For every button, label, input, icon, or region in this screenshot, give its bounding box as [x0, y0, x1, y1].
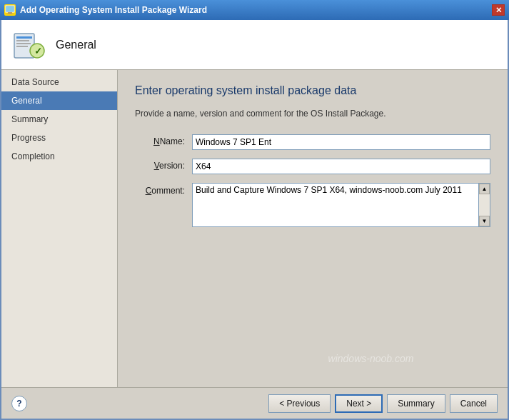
sidebar-item-progress[interactable]: Progress — [1, 129, 117, 147]
title-bar-text: Add Operating System Install Package Wiz… — [20, 5, 207, 15]
content-area: Enter operating system install package d… — [118, 70, 508, 387]
help-button[interactable]: ? — [11, 396, 27, 411]
scroll-up-button[interactable]: ▲ — [479, 184, 490, 194]
svg-text:✓: ✓ — [34, 46, 42, 56]
footer-buttons: < Previous Next > Summary Cancel — [268, 394, 498, 413]
previous-button[interactable]: < Previous — [268, 394, 331, 413]
comment-row: Comment: Build and Capture Windows 7 SP1… — [135, 183, 490, 227]
main-window: ✓ General Data Source General Summary Pr… — [0, 20, 509, 420]
name-input[interactable] — [192, 134, 490, 150]
svg-rect-1 — [6, 6, 14, 11]
comment-input[interactable]: Build and Capture Windows 7 SP1 X64, win… — [193, 184, 478, 226]
version-label: Version: — [135, 159, 192, 171]
sidebar: Data Source General Summary Progress Com… — [1, 70, 118, 387]
svg-rect-7 — [16, 43, 31, 44]
title-bar-icon — [4, 4, 16, 16]
close-button[interactable]: ✕ — [492, 4, 505, 16]
version-row: Version: — [135, 159, 490, 174]
header-title: General — [56, 39, 96, 51]
svg-rect-8 — [16, 46, 28, 47]
content-title: Enter operating system install package d… — [135, 84, 490, 97]
watermark: windows-noob.com — [234, 353, 508, 364]
name-label: NName: — [135, 134, 192, 146]
svg-rect-5 — [16, 36, 32, 39]
name-row: NName: — [135, 134, 490, 150]
title-bar: Add Operating System Install Package Wiz… — [0, 0, 509, 20]
body: Data Source General Summary Progress Com… — [1, 70, 508, 387]
header-area: ✓ General — [1, 20, 508, 70]
svg-rect-6 — [16, 40, 29, 41]
svg-rect-3 — [6, 14, 14, 14]
summary-button[interactable]: Summary — [387, 394, 445, 413]
comment-label: Comment: — [135, 183, 192, 196]
content-description: Provide a name, version and comment for … — [135, 109, 490, 119]
version-input[interactable] — [192, 159, 490, 174]
wizard-icon: ✓ — [11, 28, 46, 62]
comment-scrollbar[interactable]: ▲ ▼ — [478, 184, 490, 226]
sidebar-item-summary[interactable]: Summary — [1, 110, 117, 129]
comment-wrapper: Build and Capture Windows 7 SP1 X64, win… — [192, 183, 490, 227]
svg-rect-2 — [8, 12, 12, 14]
next-button[interactable]: Next > — [335, 394, 383, 413]
scroll-down-button[interactable]: ▼ — [479, 216, 490, 226]
cancel-button[interactable]: Cancel — [450, 394, 498, 413]
footer: ? < Previous Next > Summary Cancel — [1, 387, 508, 419]
sidebar-item-completion[interactable]: Completion — [1, 147, 117, 166]
sidebar-item-general[interactable]: General — [1, 91, 117, 110]
sidebar-item-data-source[interactable]: Data Source — [1, 73, 117, 91]
